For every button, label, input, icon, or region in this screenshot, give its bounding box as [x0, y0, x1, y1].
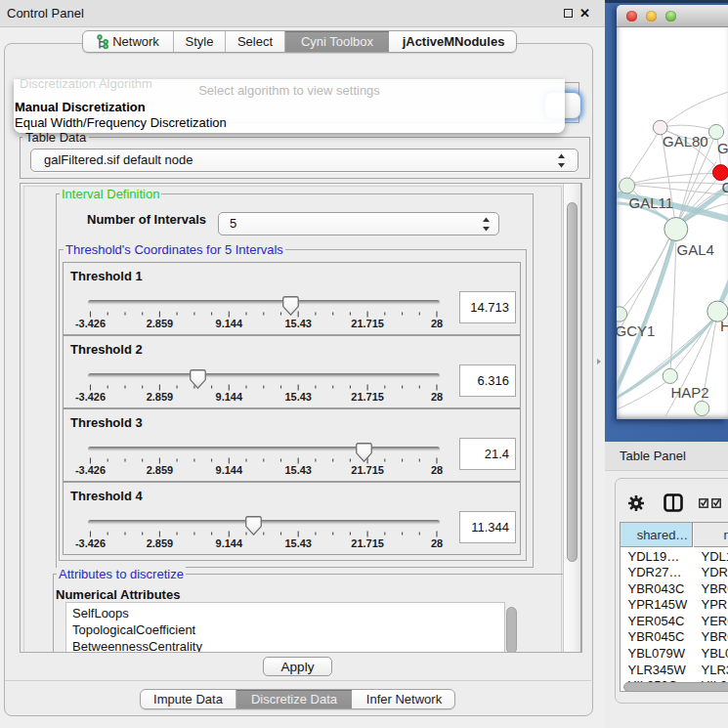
svg-text:G: G: [717, 140, 728, 156]
svg-text:GCY1: GCY1: [617, 322, 655, 339]
svg-text:C: C: [722, 179, 728, 195]
svg-text:HAP2: HAP2: [671, 384, 709, 401]
svg-text:GAL11: GAL11: [629, 194, 674, 211]
svg-text:H: H: [720, 318, 728, 334]
svg-text:GAL80: GAL80: [663, 133, 708, 150]
svg-text:GAL4: GAL4: [677, 241, 714, 258]
